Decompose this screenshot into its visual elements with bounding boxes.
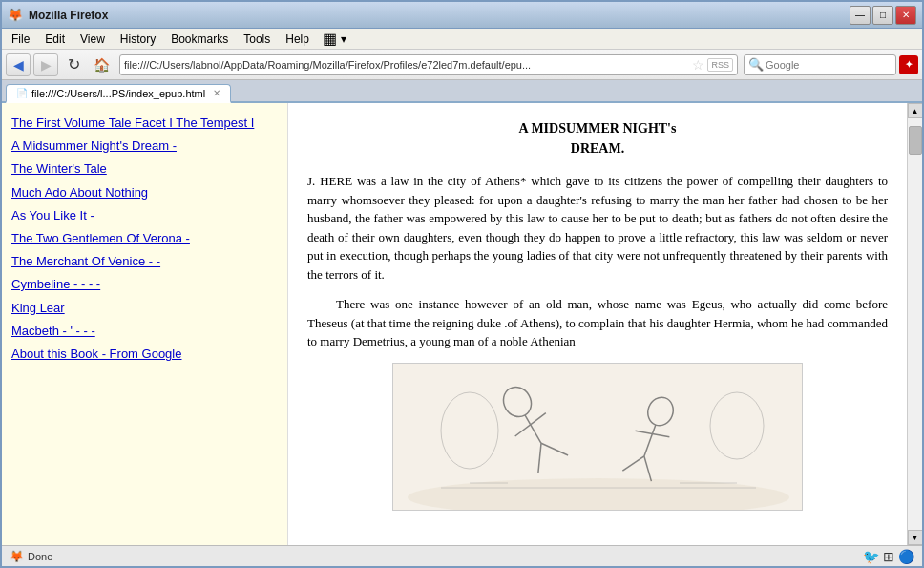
back-button[interactable]: ◀ (6, 53, 31, 76)
status-right: 🐦 ⊞ 🔵 (863, 549, 914, 564)
scroll-thumb[interactable] (909, 126, 922, 155)
forward-button[interactable]: ▶ (33, 53, 58, 76)
status-favicon: 🦊 (10, 550, 24, 563)
search-engine-icon: 🔍 (748, 57, 764, 72)
nav-bar: ◀ ▶ ↻ 🏠 ☆ RSS 🔍 ▶ ✦ (2, 50, 922, 80)
scroll-track[interactable] (909, 118, 922, 530)
menu-file[interactable]: File (6, 31, 35, 48)
reload-button[interactable]: ↻ (63, 54, 84, 75)
menu-tools[interactable]: Tools (238, 31, 276, 48)
search-input[interactable] (766, 59, 897, 71)
paragraph-1: J. HERE was a law in the city of Athens*… (307, 172, 888, 284)
status-bar: 🦊 Done 🐦 ⊞ 🔵 (2, 545, 922, 566)
rss-button[interactable]: RSS (707, 58, 733, 72)
title-bar: 🦊 Mozilla Firefox — □ ✕ (2, 2, 922, 29)
close-button[interactable]: ✕ (895, 6, 916, 25)
menu-edit[interactable]: Edit (39, 31, 71, 48)
status-addon-icon-1[interactable]: 🐦 (863, 549, 879, 564)
status-left: 🦊 Done (10, 550, 52, 563)
menu-bookmarks[interactable]: Bookmarks (165, 31, 234, 48)
sidebar-link-9[interactable]: Macbeth - ' - - - (11, 323, 278, 340)
illustration (392, 363, 803, 511)
menu-view[interactable]: View (74, 31, 111, 48)
paragraph-2: There was one instance however of an old… (307, 295, 888, 351)
tab-favicon: 📄 (16, 88, 28, 98)
sidebar: The First Volume Tale Facet I The Tempes… (2, 103, 288, 545)
chapter-title: A MIDSUMMER NIGHT's DREAM. (307, 118, 888, 158)
toolbar-icon[interactable]: ▦ (323, 30, 337, 48)
scroll-down-button[interactable]: ▼ (908, 530, 923, 545)
tab-label: file:///C:/Users/l...PS/index_epub.html (32, 88, 205, 99)
chapter-title-line2: DREAM. (571, 141, 624, 156)
addon-icon[interactable]: ✦ (899, 55, 918, 74)
sidebar-link-0[interactable]: The First Volume Tale Facet I The Tempes… (11, 115, 278, 132)
window-title: Mozilla Firefox (29, 9, 108, 22)
window-controls: — □ ✕ (850, 6, 916, 25)
back-icon: ◀ (13, 57, 24, 73)
sidebar-link-4[interactable]: As You Like It - (11, 207, 278, 224)
title-bar-left: 🦊 Mozilla Firefox (8, 8, 108, 23)
address-bar-wrap: ☆ RSS (119, 54, 738, 75)
home-button[interactable]: 🏠 (91, 54, 112, 75)
illustration-svg (393, 364, 803, 511)
content-area: The First Volume Tale Facet I The Tempes… (2, 103, 922, 545)
search-bar: 🔍 ▶ (744, 54, 896, 75)
sidebar-link-8[interactable]: King Lear (11, 300, 278, 317)
tab-0[interactable]: 📄 file:///C:/Users/l...PS/index_epub.htm… (6, 84, 231, 103)
status-panel-icon[interactable]: ⊞ (883, 549, 894, 564)
status-text: Done (28, 551, 52, 562)
firefox-icon: 🦊 (8, 8, 23, 23)
browser-window: 🦊 Mozilla Firefox — □ ✕ File Edit View H… (0, 0, 924, 568)
chapter-title-line1: A MIDSUMMER NIGHT's (519, 121, 677, 136)
address-input[interactable] (124, 59, 689, 71)
menu-history[interactable]: History (115, 31, 161, 48)
sidebar-link-2[interactable]: The Winter's Tale (11, 160, 278, 178)
sidebar-link-5[interactable]: The Two Gentlemen Of Verona - (11, 230, 278, 247)
sidebar-link-6[interactable]: The Merchant Of Venice - - (11, 253, 278, 270)
tab-close-button[interactable]: ✕ (213, 88, 220, 98)
main-content-area: A MIDSUMMER NIGHT's DREAM. J. HERE was a… (288, 103, 922, 545)
sidebar-link-10[interactable]: About this Book - From Google (11, 346, 278, 363)
bookmark-star-icon[interactable]: ☆ (692, 57, 704, 73)
toolbar-dropdown[interactable]: ▾ (341, 32, 346, 46)
sidebar-link-1[interactable]: A Midsummer Night's Dream - (11, 137, 278, 155)
menu-help[interactable]: Help (280, 31, 315, 48)
scrollbar: ▲ ▼ (907, 103, 922, 545)
scroll-up-button[interactable]: ▲ (908, 103, 923, 118)
main-content: A MIDSUMMER NIGHT's DREAM. J. HERE was a… (288, 103, 907, 545)
maximize-button[interactable]: □ (872, 6, 893, 25)
minimize-button[interactable]: — (850, 6, 871, 25)
forward-icon: ▶ (41, 57, 52, 73)
tab-bar: 📄 file:///C:/Users/l...PS/index_epub.htm… (2, 80, 922, 103)
sidebar-link-3[interactable]: Much Ado About Nothing (11, 184, 278, 201)
status-addon-icon-2[interactable]: 🔵 (898, 549, 914, 564)
menu-bar: File Edit View History Bookmarks Tools H… (2, 29, 922, 50)
sidebar-link-7[interactable]: Cymbeline - - - - (11, 276, 278, 293)
